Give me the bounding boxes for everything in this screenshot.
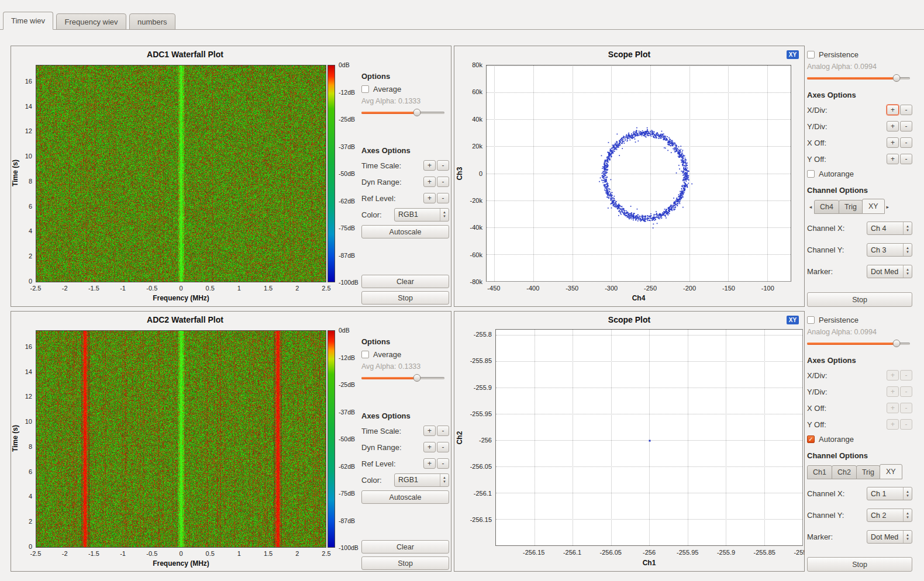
- waterfall2-stop-button[interactable]: Stop: [361, 556, 449, 570]
- yoff-minus-button[interactable]: -: [900, 154, 912, 164]
- spin-arrows[interactable]: ▲▼: [903, 531, 912, 543]
- tab-scroll-right-icon[interactable]: ▸: [884, 204, 891, 214]
- ref-level-plus-button[interactable]: +: [423, 458, 436, 469]
- channel-tab-ch2[interactable]: Ch2: [832, 465, 857, 479]
- scope1-channel-x-combo[interactable]: Ch 4 ▲▼: [867, 222, 912, 235]
- slider-handle[interactable]: [413, 374, 421, 382]
- scope2-plot-canvas[interactable]: [496, 330, 804, 547]
- checkbox-box[interactable]: ✓: [807, 435, 815, 443]
- ref-level-plus-button[interactable]: +: [423, 193, 436, 203]
- channel-tab-xy[interactable]: XY: [862, 199, 885, 214]
- waterfall1-plot[interactable]: [36, 65, 326, 282]
- slider-handle[interactable]: [893, 340, 901, 347]
- spin-down-icon[interactable]: ▼: [443, 480, 446, 484]
- spin-arrows[interactable]: ▲▼: [903, 265, 912, 278]
- spin-down-icon[interactable]: ▼: [906, 272, 909, 276]
- dyn-range-minus-button[interactable]: -: [437, 177, 449, 187]
- dyn-range-plus-button[interactable]: +: [423, 177, 436, 187]
- spin-arrows[interactable]: ▲▼: [903, 222, 912, 234]
- spin-up-icon[interactable]: ▲: [443, 210, 446, 215]
- checkbox-box[interactable]: [361, 85, 369, 93]
- scope1-persistence-checkbox[interactable]: Persistence: [807, 50, 912, 59]
- waterfall1-average-checkbox[interactable]: Average: [361, 85, 449, 94]
- waterfall2-color-combo[interactable]: RGB1 ▲▼: [394, 473, 449, 487]
- xdiv-minus-button[interactable]: -: [900, 105, 912, 115]
- scope2-marker-combo[interactable]: Dot Med ▲▼: [867, 530, 912, 544]
- spin-up-icon[interactable]: ▲: [906, 224, 909, 229]
- scope2-channel-x-combo[interactable]: Ch 1 ▲▼: [867, 487, 912, 500]
- spin-down-icon[interactable]: ▼: [443, 215, 446, 219]
- ref-level-minus-button[interactable]: -: [437, 458, 449, 469]
- scope2-stop-button[interactable]: Stop: [807, 557, 912, 572]
- channel-tab-xy[interactable]: XY: [880, 464, 902, 479]
- spin-down-icon[interactable]: ▼: [906, 516, 909, 520]
- checkbox-box[interactable]: [807, 170, 815, 178]
- spin-arrows[interactable]: ▲▼: [903, 509, 912, 521]
- waterfall1-color-combo[interactable]: RGB1 ▲▼: [394, 208, 449, 222]
- checkbox-box[interactable]: [361, 351, 369, 358]
- tab-numbers[interactable]: numbers: [129, 13, 175, 30]
- ydiv-plus-button[interactable]: +: [887, 121, 899, 132]
- waterfall2-plot[interactable]: [36, 330, 326, 548]
- checkbox-box[interactable]: [807, 316, 815, 324]
- scope1-analog-alpha-slider[interactable]: [807, 74, 910, 83]
- scope1-autorange-checkbox[interactable]: Autorange: [807, 170, 912, 178]
- spin-down-icon[interactable]: ▼: [906, 229, 909, 233]
- waterfall2-clear-button[interactable]: Clear: [361, 540, 449, 554]
- xdiv-plus-button[interactable]: +: [887, 105, 899, 115]
- time-scale-minus-button[interactable]: -: [437, 160, 449, 171]
- channel-tab-trig[interactable]: Trig: [856, 465, 880, 479]
- spin-up-icon[interactable]: ▲: [443, 476, 446, 480]
- spin-down-icon[interactable]: ▼: [906, 494, 909, 498]
- dyn-range-minus-button[interactable]: -: [437, 442, 449, 452]
- scope1-channel-y-combo[interactable]: Ch 3 ▲▼: [867, 243, 912, 257]
- spin-up-icon[interactable]: ▲: [906, 246, 909, 250]
- tab-scroll-left-icon[interactable]: ◂: [807, 204, 814, 214]
- spin-arrows[interactable]: ▲▼: [903, 244, 912, 256]
- time-scale-plus-button[interactable]: +: [423, 160, 436, 171]
- scope2-plot[interactable]: [495, 329, 803, 546]
- dyn-range-plus-button[interactable]: +: [423, 442, 436, 452]
- waterfall2-avg-alpha-slider[interactable]: [361, 374, 444, 383]
- yoff-plus-button[interactable]: +: [887, 154, 899, 164]
- xoff-minus-button[interactable]: -: [900, 137, 912, 148]
- scope2-persistence-checkbox[interactable]: Persistence: [807, 316, 912, 324]
- scope1-plot[interactable]: [486, 65, 791, 282]
- xoff-plus-button[interactable]: +: [887, 137, 899, 148]
- channel-tab-ch4[interactable]: Ch4: [814, 200, 839, 214]
- ydiv-minus-button[interactable]: -: [900, 121, 912, 132]
- scope2-channel-y-combo[interactable]: Ch 2 ▲▼: [867, 509, 912, 522]
- x-tick-label: -1: [120, 550, 126, 557]
- spin-arrows[interactable]: ▲▼: [440, 474, 449, 486]
- slider-handle[interactable]: [413, 109, 421, 116]
- waterfall1-clear-button[interactable]: Clear: [361, 275, 449, 288]
- waterfall1-autoscale-button[interactable]: Autoscale: [361, 225, 449, 238]
- scope2-autorange-checkbox[interactable]: ✓ Autorange: [807, 435, 912, 444]
- waterfall1-stop-button[interactable]: Stop: [361, 291, 449, 305]
- waterfall1-avg-alpha-slider[interactable]: [361, 108, 444, 117]
- scope1-stop-button[interactable]: Stop: [807, 292, 912, 307]
- scope1-plot-canvas[interactable]: [487, 65, 792, 282]
- time-scale-minus-button[interactable]: -: [437, 426, 449, 436]
- waterfall2-autoscale-button[interactable]: Autoscale: [361, 490, 449, 504]
- slider-handle[interactable]: [893, 74, 901, 82]
- scope1-marker-combo[interactable]: Dot Med ▲▼: [867, 265, 912, 278]
- spin-arrows[interactable]: ▲▼: [903, 487, 912, 500]
- spin-down-icon[interactable]: ▼: [906, 250, 909, 254]
- spin-down-icon[interactable]: ▼: [906, 537, 909, 541]
- spin-arrows[interactable]: ▲▼: [440, 209, 449, 221]
- waterfall2-average-checkbox[interactable]: Average: [361, 350, 449, 359]
- ref-level-minus-button[interactable]: -: [437, 193, 449, 203]
- xoff-plus-button: +: [887, 403, 899, 413]
- spin-up-icon[interactable]: ▲: [906, 533, 909, 537]
- checkbox-box[interactable]: [807, 51, 815, 58]
- tab-frequency-view[interactable]: Frequency wiev: [56, 13, 126, 30]
- tab-time-view[interactable]: Time wiev: [3, 12, 53, 30]
- spin-up-icon[interactable]: ▲: [906, 268, 909, 272]
- time-scale-plus-button[interactable]: +: [423, 426, 436, 436]
- channel-tab-ch1[interactable]: Ch1: [807, 465, 832, 479]
- spin-up-icon[interactable]: ▲: [906, 511, 909, 516]
- spin-up-icon[interactable]: ▲: [906, 490, 909, 494]
- scope2-analog-alpha-slider[interactable]: [807, 339, 910, 348]
- channel-tab-trig[interactable]: Trig: [839, 200, 863, 214]
